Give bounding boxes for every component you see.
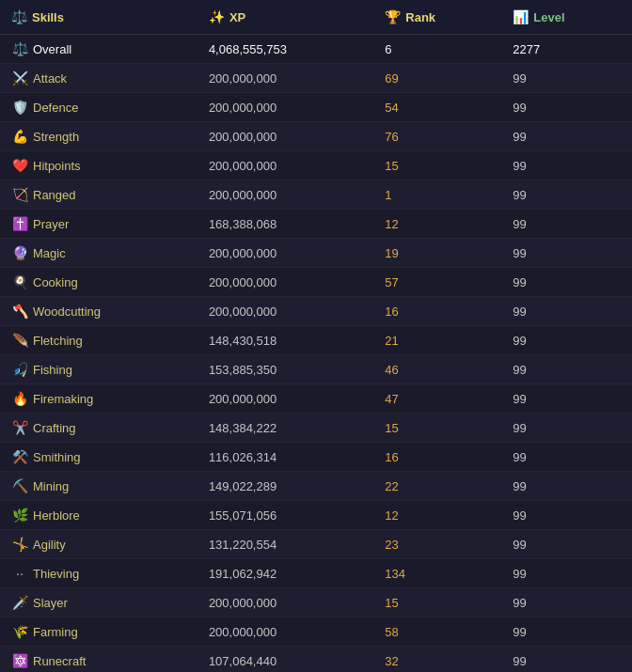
skill-name-label: Smithing <box>33 450 81 464</box>
table-row: ✂️ Crafting 148,384,222 15 99 <box>0 414 632 443</box>
skill-name-label: Agility <box>33 538 66 552</box>
skill-name-cell: 🤸 Agility <box>0 530 198 559</box>
rank-column-header: 🏆 Rank <box>373 0 501 35</box>
skill-name-label: Magic <box>33 246 66 260</box>
skill-name-label: Thieving <box>33 567 79 581</box>
table-row: 🍳 Cooking 200,000,000 57 99 <box>0 268 632 297</box>
rank-cell: 134 <box>373 559 501 588</box>
level-cell: 99 <box>501 297 632 326</box>
skill-name-cell: ❤️ Hitpoints <box>0 151 198 180</box>
skill-icon: 🤸 <box>11 536 28 553</box>
table-row: 🔮 Magic 200,000,000 19 99 <box>0 239 632 268</box>
level-column-header: 📊 Level <box>501 0 632 35</box>
xp-cell: 200,000,000 <box>198 122 373 151</box>
skill-name-cell: 🗡️ Slayer <box>0 588 198 617</box>
xp-column-header: ✨ XP <box>198 0 373 35</box>
level-cell: 99 <box>501 122 632 151</box>
xp-cell: 200,000,000 <box>198 239 373 268</box>
skill-name-label: Cooking <box>33 275 78 289</box>
skill-name-label: Overall <box>33 42 71 56</box>
rank-cell: 54 <box>373 93 501 122</box>
rank-cell: 58 <box>373 617 501 647</box>
table-row: 🔯 Runecraft 107,064,440 32 99 <box>0 647 632 673</box>
level-cell: 99 <box>501 210 632 239</box>
skill-icon: 🗡️ <box>11 594 28 611</box>
level-cell: 99 <box>501 355 632 384</box>
skill-icon: 💪 <box>11 128 28 145</box>
skill-icon: 🪓 <box>11 303 28 320</box>
skill-name-cell: 🎣 Fishing <box>0 355 198 384</box>
skill-name-label: Attack <box>33 71 67 86</box>
xp-cell: 200,000,000 <box>198 151 373 180</box>
skill-name-cell: ✝️ Prayer <box>0 210 198 239</box>
table-row: 🎣 Fishing 153,885,350 46 99 <box>0 355 632 384</box>
skill-name-cell: 🛡️ Defence <box>0 93 198 122</box>
rank-cell: 46 <box>373 355 501 384</box>
level-cell: 99 <box>501 501 632 530</box>
xp-cell: 200,000,000 <box>198 180 373 210</box>
rank-cell: 32 <box>373 647 501 673</box>
level-cell: 99 <box>501 472 632 501</box>
skill-name-label: Defence <box>33 101 78 115</box>
skill-name-label: Runecraft <box>33 654 86 668</box>
skill-name-cell: 🔮 Magic <box>0 239 198 268</box>
rank-cell: 15 <box>373 588 501 617</box>
table-row: 🪓 Woodcutting 200,000,000 16 99 <box>0 297 632 326</box>
skill-name-cell: ⚒️ Smithing <box>0 443 198 472</box>
level-cell: 99 <box>501 384 632 414</box>
rank-cell: 19 <box>373 239 501 268</box>
skill-name-cell: 🌾 Farming <box>0 617 198 647</box>
skill-name-cell: ⚖️ Overall <box>0 35 198 64</box>
level-cell: 99 <box>501 443 632 472</box>
xp-cell: 200,000,000 <box>198 384 373 414</box>
rank-cell: 1 <box>373 180 501 210</box>
skill-name-label: Hitpoints <box>33 159 81 173</box>
xp-cell: 153,885,350 <box>198 355 373 384</box>
skill-icon: 🔯 <box>11 652 28 669</box>
xp-cell: 116,026,314 <box>198 443 373 472</box>
table-row: 🤸 Agility 131,220,554 23 99 <box>0 530 632 559</box>
xp-cell: 4,068,555,753 <box>198 35 373 64</box>
xp-cell: 148,384,222 <box>198 414 373 443</box>
skill-name-label: Firemaking <box>33 392 93 406</box>
skills-header-icon: ⚖️ <box>11 9 27 24</box>
table-row: ⚒️ Smithing 116,026,314 16 99 <box>0 443 632 472</box>
skill-name-cell: 🏹 Ranged <box>0 180 198 210</box>
skill-name-cell: ⚔️ Attack <box>0 64 198 93</box>
skill-icon: ⚔️ <box>11 70 28 86</box>
table-row: 💪 Strength 200,000,000 76 99 <box>0 122 632 151</box>
skill-name-label: Crafting <box>33 421 76 435</box>
table-row: ✝️ Prayer 168,388,068 12 99 <box>0 210 632 239</box>
table-row: 🏹 Ranged 200,000,000 1 99 <box>0 180 632 210</box>
table-body: ⚖️ Overall 4,068,555,753 6 2277 ⚔️ Attac… <box>0 35 632 673</box>
skill-name-label: Slayer <box>33 596 68 610</box>
rank-header-label: Rank <box>405 10 435 24</box>
level-cell: 99 <box>501 326 632 355</box>
table-row: ⚖️ Overall 4,068,555,753 6 2277 <box>0 35 632 64</box>
level-cell: 99 <box>501 93 632 122</box>
skill-icon: ⚒️ <box>11 448 28 465</box>
level-cell: 99 <box>501 559 632 588</box>
xp-cell: 168,388,068 <box>198 210 373 239</box>
level-cell: 99 <box>501 530 632 559</box>
xp-header-label: XP <box>229 10 245 24</box>
level-header-icon: 📊 <box>513 9 529 24</box>
rank-cell: 16 <box>373 443 501 472</box>
rank-cell: 57 <box>373 268 501 297</box>
skill-icon: 🌿 <box>11 507 28 524</box>
skill-icon: ✂️ <box>11 419 28 436</box>
skill-icon: 🛡️ <box>11 99 28 116</box>
skill-name-cell: 🌿 Herblore <box>0 501 198 530</box>
rank-header-icon: 🏆 <box>385 9 401 24</box>
skill-name-label: Ranged <box>33 188 76 202</box>
table-row: ❤️ Hitpoints 200,000,000 15 99 <box>0 151 632 180</box>
skill-name-label: Fletching <box>33 334 83 348</box>
rank-cell: 15 <box>373 151 501 180</box>
skill-icon: 🍳 <box>11 273 28 290</box>
level-cell: 99 <box>501 64 632 93</box>
skill-icon: ❤️ <box>11 157 28 174</box>
level-cell: 99 <box>501 588 632 617</box>
skills-table: ⚖️ Skills ✨ XP 🏆 Rank <box>0 0 632 672</box>
table-header-row: ⚖️ Skills ✨ XP 🏆 Rank <box>0 0 632 35</box>
skill-icon: ⛏️ <box>11 477 28 494</box>
